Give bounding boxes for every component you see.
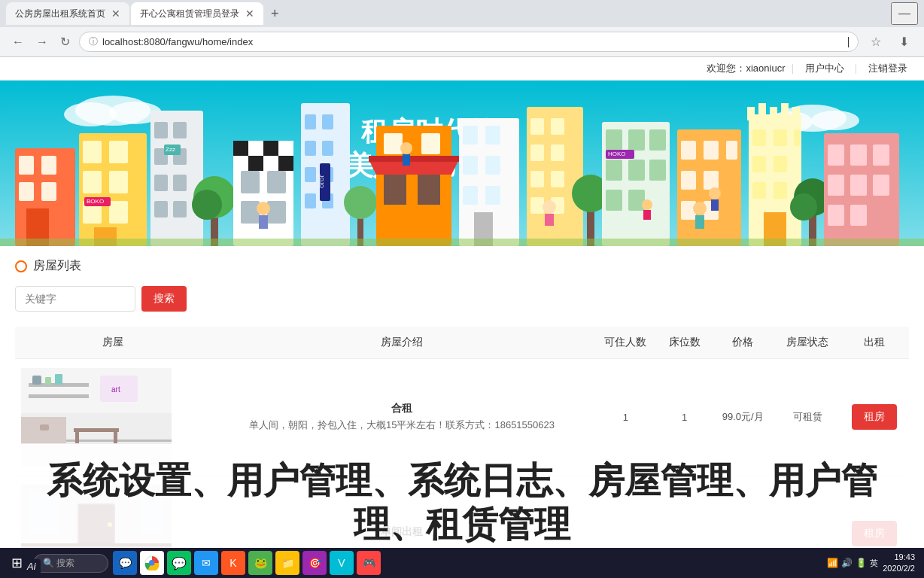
taskbar-icon-app5[interactable]: 🎮 [357,551,381,575]
search-button[interactable]: 搜索 [141,286,187,312]
taskbar-icon-wechat[interactable]: 💬 [167,551,191,575]
welcome-text: 欢迎您：xiaoniucr [707,62,785,74]
logout-link[interactable]: 注销登录 [868,62,907,74]
back-button[interactable]: ← [9,32,27,52]
new-tab-button[interactable]: + [265,3,285,25]
address-bar: ← → ↻ ⓘ localhost:8080/fangwu/home/index… [0,27,924,57]
svg-rect-69 [418,175,440,205]
svg-rect-76 [485,126,500,144]
clock-date: 2020/2/2 [883,563,915,574]
svg-rect-17 [109,141,128,163]
svg-rect-105 [643,210,651,220]
property-detail-1: 单人间，朝阳，拎包入住，大概15平米左右！联系方式：18651550623 [217,418,587,432]
svg-rect-148 [695,215,704,229]
svg-rect-21 [109,201,128,224]
user-center-link[interactable]: 用户中心 [805,62,844,74]
svg-rect-128 [774,182,787,199]
svg-rect-16 [83,141,102,163]
col-header-status: 房屋状态 [775,327,840,359]
minimize-button[interactable]: — [891,2,918,25]
svg-rect-88 [551,171,564,187]
address-text: localhost:8080/fangwu/home/index [102,36,846,47]
svg-rect-138 [850,175,867,196]
svg-rect-108 [704,141,719,160]
svg-point-72 [400,142,412,154]
svg-rect-164 [114,432,117,443]
svg-rect-153 [29,394,89,398]
svg-rect-71 [421,133,440,154]
svg-rect-73 [403,154,410,166]
tray-volume: 🔊 [841,558,853,568]
search-bar: 搜索 [15,286,909,312]
svg-point-143 [257,202,270,215]
taskbar-icon-app4[interactable]: V [330,551,354,575]
svg-rect-56 [322,141,333,156]
svg-rect-125 [752,156,766,172]
tab-2-title: 开心公寓租赁管理员登录 [140,8,239,20]
download-button[interactable]: ⬇ [893,32,915,52]
address-cursor [848,37,849,47]
taskbar-icon-chrome[interactable] [140,551,164,575]
svg-rect-10 [19,156,34,175]
tab-bar: 公房房屋出租系统首页 ✕ 开心公寓租赁管理员登录 ✕ + — [0,0,924,27]
svg-rect-70 [384,133,403,154]
svg-rect-68 [384,175,406,205]
svg-rect-135 [850,144,867,166]
svg-rect-11 [41,156,56,175]
taskbar-icon-files[interactable]: 📁 [275,551,299,575]
svg-rect-57 [305,167,316,182]
svg-rect-51 [267,201,286,224]
tab-2-close[interactable]: ✕ [245,8,254,20]
svg-rect-19 [109,171,128,193]
svg-rect-117 [747,107,755,120]
taskbar-icon-app2[interactable]: 🐸 [248,551,272,575]
tab-1-close[interactable]: ✕ [111,8,120,20]
svg-rect-48 [241,171,260,193]
svg-rect-118 [758,103,766,120]
svg-rect-141 [850,205,867,226]
bookmark-button[interactable]: ☆ [865,32,887,52]
svg-text:JOJO: JOJO [319,175,324,188]
taskbar-icon-app1[interactable]: K [221,551,245,575]
forward-button[interactable]: → [33,32,51,52]
taskbar-search[interactable]: 🔍 搜索 [33,554,108,573]
svg-rect-78 [485,156,500,175]
svg-rect-122 [752,129,766,146]
svg-rect-47 [278,156,293,171]
search-input[interactable] [15,286,135,312]
svg-rect-100 [606,190,622,211]
svg-point-38 [192,190,222,220]
svg-rect-54 [322,114,333,129]
svg-rect-134 [828,144,844,166]
top-bar: 欢迎您：xiaoniucr ｜ 用户中心 ｜ 注销登录 [0,57,924,81]
reload-button[interactable]: ↻ [57,32,73,52]
svg-text:BOKO: BOKO [87,198,104,205]
ai-label: Ai [27,561,36,572]
svg-rect-13 [41,182,56,201]
svg-rect-111 [704,171,719,190]
svg-rect-49 [267,171,286,193]
taskbar-icon-app3[interactable]: 🎯 [302,551,327,575]
taskbar-icon-msg[interactable]: ✉ [194,551,218,575]
svg-rect-43 [278,141,293,156]
svg-text:art: art [111,385,120,394]
rent-button-1[interactable]: 租房 [852,404,897,430]
address-input-wrap[interactable]: ⓘ localhost:8080/fangwu/home/index [79,32,859,52]
svg-rect-59 [305,193,316,208]
svg-rect-126 [774,156,787,172]
svg-point-2 [64,102,117,126]
svg-rect-110 [681,171,696,190]
svg-rect-107 [681,141,696,160]
browser-tab-2[interactable]: 开心公寓租赁管理员登录 ✕ [131,2,263,25]
svg-rect-140 [828,205,844,226]
tray-network: 📶 [827,558,838,568]
taskbar-icon-cortana[interactable]: 💬 [113,551,137,575]
col-header-rent: 出租 [840,327,909,359]
browser-chrome: 公房房屋出租系统首页 ✕ 开心公寓租赁管理员登录 ✕ + — ← → ↻ ⓘ l… [0,0,924,57]
col-header-intro: 房屋介绍 [211,327,593,359]
svg-rect-119 [770,107,777,120]
svg-rect-150 [21,368,172,413]
browser-tab-1[interactable]: 公房房屋出租系统首页 ✕ [6,2,129,25]
svg-rect-80 [485,186,500,205]
svg-rect-31 [173,175,187,191]
